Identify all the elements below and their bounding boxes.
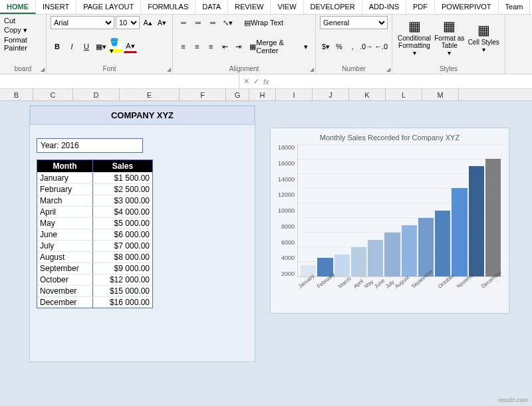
table-row[interactable]: March$3 000.00: [37, 195, 152, 206]
tab-developer[interactable]: DEVELOPER: [304, 0, 362, 14]
chart-bars: [297, 144, 503, 277]
ribbon: Cut Copy ▾ Format Painter board ◢ Arial …: [0, 15, 532, 74]
tab-insert[interactable]: INSERT: [36, 0, 76, 14]
table-row[interactable]: May$5 000.00: [37, 217, 152, 229]
percent-format-icon[interactable]: %: [333, 40, 345, 53]
column-header[interactable]: E: [120, 89, 180, 100]
table-row[interactable]: July$7 000.00: [37, 240, 152, 251]
bold-button[interactable]: B: [51, 40, 64, 53]
fx-icon[interactable]: fx: [263, 78, 269, 86]
worksheet[interactable]: COMPANY XYZ Year: 2016 Month Sales Janua…: [0, 101, 532, 406]
cut-button[interactable]: Cut: [4, 16, 42, 25]
copy-button[interactable]: Copy ▾: [4, 25, 42, 35]
tab-add-ins[interactable]: ADD-INS: [362, 0, 406, 14]
column-header[interactable]: C: [33, 89, 73, 100]
year-input[interactable]: Year: 2016: [37, 138, 143, 153]
table-row[interactable]: December$16 000.00: [37, 296, 152, 308]
column-header[interactable]: D: [73, 89, 120, 100]
format-painter-button[interactable]: Format Painter: [4, 35, 42, 52]
tab-view[interactable]: VIEW: [271, 0, 303, 14]
increase-indent-icon[interactable]: ⇥: [232, 40, 245, 53]
sales-table: Month Sales January$1 500.00February$2 5…: [37, 159, 153, 308]
decrease-indent-icon[interactable]: ⇤: [219, 40, 231, 53]
group-label: board: [4, 64, 42, 72]
column-header[interactable]: M: [422, 89, 459, 100]
underline-button[interactable]: U: [80, 40, 93, 53]
table-row[interactable]: September$9 000.00: [37, 262, 152, 274]
font-color-button[interactable]: A▾: [124, 40, 137, 53]
column-header[interactable]: F: [180, 89, 226, 100]
group-label: Number: [320, 64, 388, 72]
tab-review[interactable]: REVIEW: [228, 0, 271, 14]
conditional-formatting-button[interactable]: ▦Conditional Formatting▾: [396, 16, 432, 58]
column-header[interactable]: B: [0, 89, 33, 100]
align-right-icon[interactable]: ≡: [205, 40, 217, 53]
group-label: Styles: [396, 64, 501, 72]
tab-page-layout[interactable]: PAGE LAYOUT: [76, 0, 141, 14]
align-center-icon[interactable]: ≡: [191, 40, 203, 53]
chart-bar: [435, 211, 450, 277]
enter-icon[interactable]: ✓: [253, 77, 259, 86]
table-row[interactable]: February$2 500.00: [37, 183, 152, 195]
table-row[interactable]: April$4 000.00: [37, 206, 152, 217]
column-header[interactable]: K: [349, 89, 386, 100]
dialog-launcher-icon[interactable]: ◢: [41, 66, 45, 72]
dialog-launcher-icon[interactable]: ◢: [386, 66, 390, 72]
font-size-select[interactable]: 10: [116, 16, 140, 29]
name-box[interactable]: [0, 74, 239, 88]
table-row[interactable]: August$8 000.00: [37, 251, 152, 262]
align-left-icon[interactable]: ≡: [177, 40, 190, 53]
group-styles: ▦Conditional Formatting▾ ▦Format as Tabl…: [392, 15, 505, 74]
tab-pdf[interactable]: PDF: [406, 0, 435, 14]
table-icon: ▦: [443, 17, 456, 35]
chart-x-axis: JanuaryFebruaryMarchAprilMayJuneJulyAugu…: [297, 277, 503, 291]
orientation-icon[interactable]: ⤡▾: [221, 16, 234, 29]
format-as-table-button[interactable]: ▦Format as Table▾: [432, 16, 467, 58]
table-row[interactable]: June$6 000.00: [37, 229, 152, 240]
number-format-select[interactable]: General: [320, 16, 388, 29]
data-panel: COMPANY XYZ Year: 2016 Month Sales Janua…: [29, 105, 255, 362]
align-bottom-icon[interactable]: ═: [206, 16, 219, 29]
italic-button[interactable]: I: [65, 40, 78, 53]
tab-home[interactable]: HOME: [0, 0, 36, 14]
merge-center-button[interactable]: ▦ Merge & Center ▾: [246, 40, 311, 53]
table-row[interactable]: November$15 000.00: [37, 285, 152, 296]
accounting-format-icon[interactable]: $▾: [320, 40, 332, 53]
column-header[interactable]: H: [249, 89, 276, 100]
group-font: Arial 10 A▴ A▾ B I U ▦▾ 🪣▾ A▾ Font ◢: [47, 15, 173, 74]
dialog-launcher-icon[interactable]: ◢: [167, 66, 171, 72]
align-middle-icon[interactable]: ═: [192, 16, 205, 29]
chart[interactable]: Monthly Sales Recorded for Company XYZ 1…: [270, 128, 509, 314]
table-row[interactable]: January$1 500.00: [37, 172, 152, 183]
font-name-select[interactable]: Arial: [51, 16, 114, 29]
chart-bar: [485, 159, 501, 276]
comma-format-icon[interactable]: ,: [346, 40, 358, 53]
tab-data[interactable]: DATA: [196, 0, 228, 14]
table-header: Month Sales: [37, 160, 152, 172]
column-headers: BCDEFGHIJKLM: [0, 89, 532, 101]
tab-team[interactable]: Team: [499, 0, 531, 14]
group-label: Alignment: [177, 64, 311, 72]
tab-formulas[interactable]: FORMULAS: [141, 0, 196, 14]
column-header[interactable]: G: [226, 89, 249, 100]
dialog-launcher-icon[interactable]: ◢: [310, 66, 314, 72]
increase-decimal-icon[interactable]: .0→: [360, 40, 373, 53]
tab-powerpivot[interactable]: POWERPIVOT: [435, 0, 499, 14]
fill-color-button[interactable]: 🪣▾: [109, 40, 122, 53]
cancel-icon[interactable]: ✕: [243, 77, 249, 86]
cell-styles-button[interactable]: ▦Cell Styles▾: [467, 16, 501, 58]
chart-bar: [351, 247, 366, 276]
company-title: COMPANY XYZ: [30, 106, 255, 125]
chart-bar: [418, 218, 434, 276]
table-row[interactable]: October$12 000.00: [37, 274, 152, 285]
ribbon-tabs: HOMEINSERTPAGE LAYOUTFORMULASDATAREVIEWV…: [0, 0, 532, 15]
wrap-text-button[interactable]: ▤ Wrap Text: [241, 16, 287, 29]
column-header[interactable]: L: [386, 89, 422, 100]
border-button[interactable]: ▦▾: [94, 40, 108, 53]
increase-font-icon[interactable]: A▴: [141, 16, 154, 29]
decrease-decimal-icon[interactable]: ←.0: [374, 40, 388, 53]
column-header[interactable]: J: [313, 89, 349, 100]
align-top-icon[interactable]: ═: [177, 16, 190, 29]
column-header[interactable]: I: [276, 89, 313, 100]
decrease-font-icon[interactable]: A▾: [156, 16, 168, 29]
